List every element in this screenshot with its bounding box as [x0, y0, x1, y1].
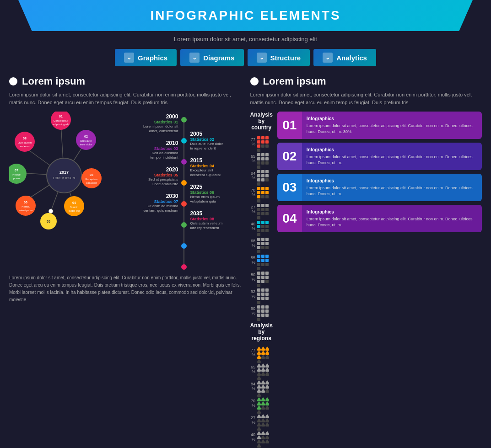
tab-analytics[interactable]: ⌄ Analytics — [313, 49, 376, 66]
card-content: Infographics Lorem ipsum dolor sit amet,… — [302, 113, 482, 137]
tab-graphics[interactable]: ⌄ Graphics — [115, 49, 177, 66]
tab-diagrams[interactable]: ⌄ Diagrams — [180, 49, 243, 66]
bar-icon-unit — [257, 235, 261, 239]
bar-icon-unit — [265, 155, 269, 158]
svg-text:Consectetur: Consectetur — [54, 119, 68, 122]
card-content: Infographics Lorem ipsum dolor sit amet,… — [302, 144, 482, 168]
bar-icon-unit — [257, 437, 261, 441]
bar-icon-unit — [265, 252, 269, 256]
svg-text:02: 02 — [84, 135, 88, 138]
bar-icon-unit — [257, 369, 261, 373]
bar-icon-unit — [265, 307, 269, 310]
bar-icon-unit — [257, 159, 261, 162]
bar-icon-unit — [261, 239, 265, 243]
card-text: Lorem ipsum dolor sit amet, consectetur … — [307, 123, 477, 134]
bar-icon-unit — [261, 311, 265, 315]
svg-text:vel eum: vel eum — [20, 145, 29, 148]
bar-icon-unit — [261, 201, 265, 205]
bar-pct: 65 % — [250, 154, 255, 163]
svg-text:occaecat: occaecat — [86, 181, 97, 184]
svg-text:Quis autem: Quis autem — [18, 141, 32, 144]
bar-icon-unit — [265, 222, 269, 226]
bar-icon-unit — [261, 378, 265, 382]
bar-icon-unit — [257, 294, 261, 298]
svg-rect-107 — [265, 229, 269, 232]
left-section: Lorem ipsum Lorem ipsum dolor sit amet, … — [9, 75, 241, 448]
svg-rect-116 — [261, 246, 264, 249]
svg-rect-76 — [261, 178, 264, 181]
bar-icon-unit — [261, 412, 265, 416]
bar-icon-unit — [257, 269, 261, 272]
bar-icon-unit — [261, 369, 265, 373]
svg-text:06: 06 — [24, 201, 27, 204]
bar-icon-unit — [261, 184, 265, 188]
analysis-country-title: Analysis by country — [250, 112, 273, 131]
card-content: Infographics Lorem ipsum dolor sit amet,… — [302, 206, 482, 230]
left-section-title: Lorem ipsum — [22, 75, 85, 87]
bar-row: 27 % — [250, 201, 273, 217]
svg-text:03: 03 — [90, 173, 93, 176]
bar-pct: 70 % — [250, 399, 255, 408]
bar-icon-unit — [257, 386, 261, 390]
mindmap: 2017 LOREM IPSUM 01 Consectetur adipisci… — [9, 112, 123, 249]
bar-icon-unit — [261, 416, 265, 420]
card-badge: 01 — [277, 112, 302, 139]
svg-rect-57 — [265, 144, 269, 148]
bar-icon-unit — [265, 420, 269, 424]
svg-rect-147 — [265, 297, 269, 300]
bar-row: 84 % — [250, 378, 273, 394]
bar-pct: 90 % — [250, 306, 255, 315]
svg-text:adipiscing elit: adipiscing elit — [53, 123, 69, 126]
svg-text:04: 04 — [72, 201, 76, 204]
left-para: Lorem ipsum dolor sit amet, consectetur … — [9, 274, 241, 304]
tab-structure[interactable]: ⌄ Structure — [248, 49, 310, 66]
bar-icon-unit — [257, 243, 261, 247]
bar-icon-unit — [257, 138, 261, 141]
bar-icon-unit — [265, 192, 269, 196]
bar-icon-unit — [257, 205, 261, 209]
svg-text:01: 01 — [59, 115, 63, 118]
bar-icon-unit — [261, 361, 265, 365]
bar-icon-unit — [257, 407, 261, 411]
bar-icon-unit — [261, 420, 265, 424]
bar-icon-unit — [257, 247, 261, 251]
bar-pct: 65 % — [250, 365, 255, 374]
bar-pct: 40 % — [250, 432, 255, 442]
bar-icon-unit — [265, 437, 269, 441]
bar-icon-unit — [265, 273, 269, 277]
bar-icon-unit — [261, 171, 265, 175]
bar-pct: 27 % — [250, 205, 255, 214]
bar-pct: 80 % — [250, 272, 255, 282]
svg-rect-86 — [261, 195, 264, 198]
bar-icon-unit — [261, 348, 265, 352]
bar-row: 40 % — [250, 429, 273, 445]
bar-icon-unit — [265, 352, 269, 356]
bar-icon-unit — [261, 222, 265, 226]
bar-icon-unit — [257, 213, 261, 217]
svg-rect-67 — [265, 161, 269, 165]
chevron-down-icon: ⌄ — [323, 53, 333, 63]
bar-icon-unit — [265, 344, 269, 348]
svg-text:Excepteur: Excepteur — [85, 178, 97, 181]
bar-icon-unit — [257, 399, 261, 403]
bar-icon-unit — [257, 201, 261, 205]
svg-text:enim ipsum: enim ipsum — [19, 209, 33, 212]
bar-icon-unit — [257, 218, 261, 222]
bar-row: 65 % — [250, 150, 273, 166]
bar-icon-unit — [261, 260, 265, 264]
bar-icon-unit — [257, 264, 261, 268]
header-banner: INFOGRAPHIC ELEMENTS — [18, 0, 473, 31]
svg-rect-97 — [265, 212, 269, 215]
bar-icon-unit — [257, 230, 261, 234]
bar-icon-unit — [257, 286, 261, 289]
bar-icon-unit — [265, 176, 269, 179]
svg-rect-96 — [261, 212, 264, 215]
bar-pct: 84 % — [250, 382, 255, 391]
bar-icon-unit — [257, 290, 261, 293]
svg-rect-106 — [261, 229, 264, 232]
svg-rect-56 — [261, 144, 264, 148]
svg-text:07: 07 — [15, 169, 18, 172]
bar-pct: 55 % — [250, 256, 255, 265]
bar-icon-unit — [265, 446, 269, 448]
analysis-country: Analysis by country 77 %65 %84 %70 %27 %… — [250, 112, 273, 319]
